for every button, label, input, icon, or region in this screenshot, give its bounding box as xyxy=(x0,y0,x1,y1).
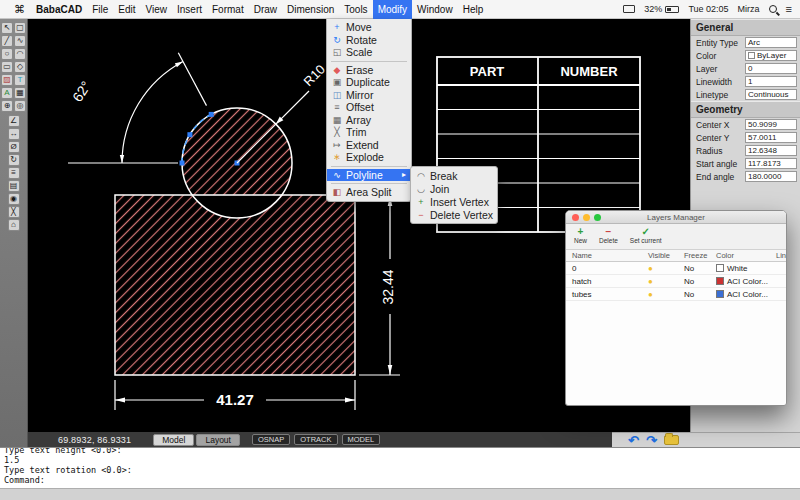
layers-window-titlebar[interactable]: Layers Manager xyxy=(566,211,786,224)
tab-layout[interactable]: Layout xyxy=(196,434,240,446)
visible-bulb-icon[interactable]: ● xyxy=(648,264,684,273)
command-console[interactable]: Type text height <0.0>: 1.5 Type text ro… xyxy=(0,447,800,488)
console-line: Type text height <0.0>: xyxy=(4,447,796,455)
minimize-button[interactable] xyxy=(583,214,590,221)
menubar-item-modify[interactable]: Modify xyxy=(373,0,412,19)
layers-tool-icon[interactable]: ≡ xyxy=(8,167,20,179)
center-x-value[interactable]: 50.9099 xyxy=(745,119,797,130)
menu-item-scale[interactable]: ◱ Scale xyxy=(327,46,411,59)
menubar-item-file[interactable]: File xyxy=(87,0,113,19)
menubar-item-tools[interactable]: Tools xyxy=(339,0,372,19)
donut-tool-icon[interactable]: ◎ xyxy=(14,100,26,112)
menubar-clock[interactable]: Tue 02:05 xyxy=(688,4,728,14)
center-y-value[interactable]: 57.0011 xyxy=(745,132,797,143)
layer-color-swatch[interactable] xyxy=(716,264,724,272)
notification-list-icon[interactable]: ≡ xyxy=(786,3,792,15)
menu-item-explode[interactable]: ∗ Explode xyxy=(327,151,411,164)
visible-bulb-icon[interactable]: ● xyxy=(648,290,684,299)
home-view-tool-icon[interactable]: ⌂ xyxy=(8,219,20,231)
visible-bulb-icon[interactable]: ● xyxy=(648,277,684,286)
menubar-item-help[interactable]: Help xyxy=(458,0,489,19)
line-tool-icon[interactable]: ╱ xyxy=(1,35,13,47)
menubar-item-draw[interactable]: Draw xyxy=(249,0,282,19)
select-tool-icon[interactable]: ↖ xyxy=(1,22,13,34)
text-tool-icon[interactable]: T xyxy=(14,74,26,86)
circle-tool-icon[interactable]: ○ xyxy=(1,48,13,60)
start-angle-value[interactable]: 117.8173 xyxy=(745,158,797,169)
layer-color-swatch[interactable] xyxy=(716,277,724,285)
horizontal-scrollbar[interactable] xyxy=(0,488,800,500)
menu-item-mirror[interactable]: ◫ Mirror xyxy=(327,89,411,102)
tab-model[interactable]: Model xyxy=(153,434,194,446)
battery-status[interactable]: 32% xyxy=(644,4,679,14)
hatch-entity[interactable] xyxy=(115,108,355,375)
menu-item-rotate[interactable]: ↻ Rotate xyxy=(327,34,411,47)
linear-dimension-tool-icon[interactable]: ↔ xyxy=(8,128,20,140)
rectangle-tool-icon[interactable]: ▭ xyxy=(1,61,13,73)
delete-tool-icon[interactable]: ╳ xyxy=(8,206,20,218)
delete-layer-button[interactable]: − Delete xyxy=(599,226,618,249)
spline-tool-icon[interactable]: ∿ xyxy=(14,35,26,47)
rotate-tool-icon[interactable]: ↻ xyxy=(8,154,20,166)
submenu-item-insert-vertex[interactable]: + Insert Vertex xyxy=(411,195,497,208)
submenu-item-break[interactable]: ◠ Break xyxy=(411,169,497,182)
new-layer-button[interactable]: + New xyxy=(574,226,587,249)
undo-icon[interactable]: ↶ xyxy=(628,434,639,447)
menubar-item-edit[interactable]: Edit xyxy=(113,0,140,19)
diameter-dimension-tool-icon[interactable]: Ø xyxy=(8,141,20,153)
polygon-tool-icon[interactable]: ◇ xyxy=(14,61,26,73)
set-current-layer-button[interactable]: ✓ Set current xyxy=(630,226,662,249)
redo-icon[interactable]: ↷ xyxy=(646,434,657,447)
menu-item-move[interactable]: + Move xyxy=(327,21,411,34)
mtext-tool-icon[interactable]: A xyxy=(1,87,13,99)
menu-item-erase[interactable]: ◆ Erase xyxy=(327,64,411,77)
menubar-item-insert[interactable]: Insert xyxy=(172,0,207,19)
layer-row-tubes[interactable]: tubes ● No ACI Color... xyxy=(566,288,786,301)
zoom-button[interactable] xyxy=(594,214,601,221)
angular-dimension-tool-icon[interactable]: ∠ xyxy=(8,115,20,127)
horizontal-dimension[interactable]: 41.27 xyxy=(115,380,355,410)
menu-item-duplicate[interactable]: ▣ Duplicate xyxy=(327,76,411,89)
command-prompt[interactable]: Command: xyxy=(4,475,796,485)
layer-row-0[interactable]: 0 ● No White xyxy=(566,262,786,275)
entity-type-value[interactable]: Arc xyxy=(745,37,797,48)
menubar-item-format[interactable]: Format xyxy=(207,0,249,19)
submenu-item-delete-vertex[interactable]: − Delete Vertex xyxy=(411,208,497,221)
menu-item-polyline[interactable]: ∿ Polyline ▸ xyxy=(327,169,411,182)
display-icon[interactable] xyxy=(623,5,635,13)
layer-color-swatch[interactable] xyxy=(716,290,724,298)
submenu-item-join[interactable]: ◡ Join xyxy=(411,182,497,195)
hatch-tool-icon[interactable]: ▨ xyxy=(1,74,13,86)
menubar-item-app[interactable]: BabaCAD xyxy=(31,0,87,19)
linewidth-value[interactable]: 1 xyxy=(745,76,797,87)
close-button[interactable] xyxy=(572,214,579,221)
radius-value[interactable]: 12.6348 xyxy=(745,145,797,156)
point-tool-icon[interactable]: ⊕ xyxy=(1,100,13,112)
vertical-dimension[interactable]: 32.44 xyxy=(359,196,400,375)
folder-icon[interactable] xyxy=(664,435,679,445)
model-toggle[interactable]: MODEL xyxy=(342,434,381,445)
selection-box-tool-icon[interactable]: ▢ xyxy=(14,22,26,34)
menu-item-offset[interactable]: ≡ Offset xyxy=(327,101,411,114)
layer-value[interactable]: 0 xyxy=(745,63,797,74)
menubar-item-window[interactable]: Window xyxy=(412,0,458,19)
osnap-toggle[interactable]: OSNAP xyxy=(252,434,290,445)
linetype-value[interactable]: Continuous xyxy=(745,89,797,100)
menubar-item-view[interactable]: View xyxy=(140,0,172,19)
arc-tool-icon[interactable]: ◠ xyxy=(14,48,26,60)
otrack-toggle[interactable]: OTRACK xyxy=(294,434,337,445)
menu-item-array[interactable]: ▦ Array xyxy=(327,114,411,127)
color-value[interactable]: ByLayer xyxy=(745,50,797,61)
properties-tool-icon[interactable]: ▤ xyxy=(8,180,20,192)
table-tool-icon[interactable]: ▦ xyxy=(14,87,26,99)
menubar-user[interactable]: Mirza xyxy=(738,4,760,14)
end-angle-value[interactable]: 180.0000 xyxy=(745,171,797,182)
menu-item-extend[interactable]: ↦ Extend xyxy=(327,139,411,152)
apple-menu-icon[interactable]: ⌘ xyxy=(8,0,31,19)
menu-item-trim[interactable]: ╳ Trim xyxy=(327,126,411,139)
menubar-item-dimension[interactable]: Dimension xyxy=(282,0,339,19)
menu-item-area-split[interactable]: ◧ Area Split xyxy=(327,186,411,199)
layer-row-hatch[interactable]: hatch ● No ACI Color... xyxy=(566,275,786,288)
spotlight-search-icon[interactable] xyxy=(769,5,777,13)
snap-tool-icon[interactable]: ◉ xyxy=(8,193,20,205)
